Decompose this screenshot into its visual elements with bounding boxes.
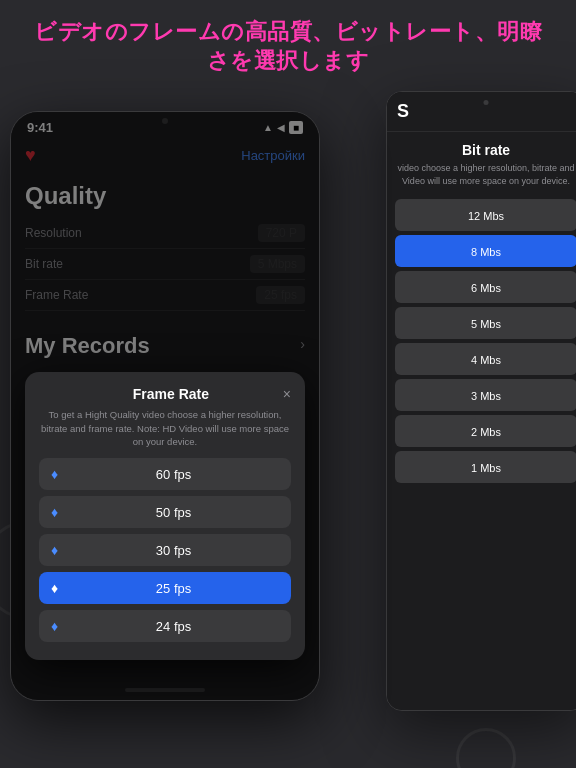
fps-option-25fps[interactable]: ♦ 25 fps [39,572,291,604]
tablet-section-char: S [397,101,409,122]
bitrate-label-1mbs: 1 Mbs [471,462,501,474]
fps-diamond-icon-50fps: ♦ [51,504,58,520]
framerate-modal: Frame Rate × To get a Hight Quality vide… [25,372,305,660]
fps-diamond-icon-25fps: ♦ [51,580,58,596]
bitrate-label-12mbs: 12 Mbs [468,210,504,222]
bitrate-option-3mbs[interactable]: 3 Mbs [395,379,576,411]
fps-label-24fps: 24 fps [68,619,279,634]
tablet-dot [484,100,489,105]
bitrate-option-6mbs[interactable]: 6 Mbs [395,271,576,303]
bitrate-label-2mbs: 2 Mbs [471,426,501,438]
fps-label-60fps: 60 fps [68,467,279,482]
bitrate-label-4mbs: 4 Mbs [471,354,501,366]
modal-close-button[interactable]: × [283,386,291,402]
bitrate-option-8mbs[interactable]: 8 Mbs [395,235,576,267]
bitrate-option-1mbs[interactable]: 1 Mbs [395,451,576,483]
bitrate-label-6mbs: 6 Mbs [471,282,501,294]
bitrate-options-list: 12 Mbs8 Mbs6 Mbs5 Mbs4 Mbs3 Mbs2 Mbs1 Mb… [387,199,576,483]
fps-diamond-icon-60fps: ♦ [51,466,58,482]
fps-options-list: ♦ 60 fps ♦ 50 fps ♦ 30 fps ♦ 25 fps ♦ 24… [39,458,291,642]
bitrate-option-12mbs[interactable]: 12 Mbs [395,199,576,231]
fps-diamond-icon-30fps: ♦ [51,542,58,558]
bitrate-desc: video choose a higher resolution, bitrat… [387,162,576,195]
modal-description: To get a Hight Quality video choose a hi… [39,408,291,448]
tablet-content: S Bit rate video choose a higher resolut… [387,92,576,710]
fps-option-24fps[interactable]: ♦ 24 fps [39,610,291,642]
fps-option-60fps[interactable]: ♦ 60 fps [39,458,291,490]
modal-header: Frame Rate × [39,386,291,402]
bitrate-label-8mbs: 8 Mbs [471,246,501,258]
bitrate-option-2mbs[interactable]: 2 Mbs [395,415,576,447]
fps-option-30fps[interactable]: ♦ 30 fps [39,534,291,566]
content-area: S Bit rate video choose a higher resolut… [0,91,576,763]
bitrate-label-5mbs: 5 Mbs [471,318,501,330]
fps-option-50fps[interactable]: ♦ 50 fps [39,496,291,528]
bitrate-option-5mbs[interactable]: 5 Mbs [395,307,576,339]
modal-title: Frame Rate [59,386,283,402]
page-title: ビデオのフレームの高品質、ビットレート、明瞭さを選択します [24,18,552,75]
page-title-area: ビデオのフレームの高品質、ビットレート、明瞭さを選択します [0,0,576,91]
fps-label-25fps: 25 fps [68,581,279,596]
modal-overlay: Frame Rate × To get a Hight Quality vide… [11,112,319,700]
fps-diamond-icon-24fps: ♦ [51,618,58,634]
fps-label-30fps: 30 fps [68,543,279,558]
fps-label-50fps: 50 fps [68,505,279,520]
bitrate-label-3mbs: 3 Mbs [471,390,501,402]
phone-device: 9:41 ▲ ◀ ■ ♥ Настройки Quality Resolutio… [10,111,320,701]
tablet-device: S Bit rate video choose a higher resolut… [386,91,576,711]
bitrate-header: Bit rate [387,132,576,162]
bitrate-option-4mbs[interactable]: 4 Mbs [395,343,576,375]
